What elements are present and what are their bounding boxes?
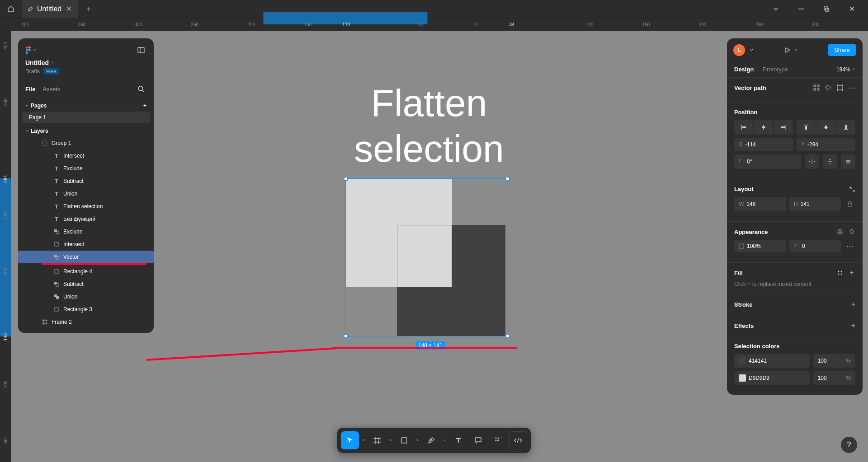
free-badge[interactable]: Free xyxy=(43,68,59,75)
tab-assets[interactable]: Assets xyxy=(42,86,60,93)
layer-item[interactable]: Intersect xyxy=(18,238,154,251)
shape-tool-dropdown[interactable] xyxy=(415,431,420,449)
figma-logo-menu[interactable] xyxy=(25,45,36,56)
more-appearance[interactable]: ⋯ xyxy=(844,240,855,252)
play-icon[interactable] xyxy=(784,47,791,53)
auto-layout-icon[interactable] xyxy=(849,186,855,192)
chevron-down-icon[interactable] xyxy=(767,0,785,18)
project-title[interactable]: Untitled xyxy=(25,59,49,66)
layer-type-icon xyxy=(42,319,48,325)
comment-tool[interactable] xyxy=(469,431,487,449)
y-position-input[interactable]: Y-284 xyxy=(797,138,855,151)
selection-handle-sw[interactable] xyxy=(344,334,348,338)
layer-item[interactable]: Subtract xyxy=(18,175,154,187)
layer-item[interactable]: Flatten selection xyxy=(18,200,154,213)
zoom-level[interactable]: 194% xyxy=(836,66,855,73)
flip-h-toggle[interactable] xyxy=(805,154,819,169)
layer-item[interactable]: Frame 2 xyxy=(18,316,154,328)
chevron-down-icon[interactable] xyxy=(750,48,753,52)
add-page-button[interactable]: + xyxy=(143,103,146,109)
opacity-input[interactable]: 100% xyxy=(734,240,786,252)
actions-tool[interactable]: + xyxy=(489,431,507,449)
corner-radius-input[interactable]: 0 xyxy=(789,240,841,252)
layer-item[interactable]: Intersect xyxy=(18,149,154,162)
component-icon[interactable] xyxy=(813,84,820,91)
lock-aspect-button[interactable] xyxy=(844,197,855,211)
avatar[interactable]: L xyxy=(733,44,745,56)
page-item[interactable]: Page 1 xyxy=(22,112,150,123)
text-tool[interactable] xyxy=(449,431,467,449)
layer-item[interactable]: Group 1 xyxy=(18,137,154,149)
x-position-input[interactable]: X-114 xyxy=(734,138,793,151)
drafts-label[interactable]: Drafts xyxy=(25,68,40,75)
close-tab-icon[interactable]: ✕ xyxy=(65,5,72,13)
layer-item[interactable]: Subtract xyxy=(18,278,154,290)
selection-handle-nw[interactable] xyxy=(344,177,348,181)
layer-item[interactable]: Union xyxy=(18,290,154,303)
layers-section[interactable]: Layers xyxy=(18,123,154,137)
edit-vector-icon[interactable] xyxy=(836,84,844,91)
document-tab[interactable]: Untitled ✕ xyxy=(22,0,78,18)
blend-mode-icon[interactable] xyxy=(848,228,855,235)
frame-tool[interactable] xyxy=(368,431,386,449)
shape-tool[interactable] xyxy=(395,431,413,449)
maximize-button[interactable] xyxy=(817,0,835,18)
align-center-v-button[interactable] xyxy=(816,120,835,135)
pages-section[interactable]: Pages + xyxy=(18,98,154,112)
align-bottom-button[interactable] xyxy=(836,120,855,135)
selection-handle-ne[interactable] xyxy=(506,177,509,181)
layer-item[interactable]: Exclude xyxy=(18,162,154,175)
selection-color-item[interactable]: D9D9D9 100% xyxy=(734,371,855,385)
layer-label: Flatten selection xyxy=(63,203,103,210)
minimize-button[interactable] xyxy=(792,0,810,18)
more-icon[interactable]: ⋯ xyxy=(848,84,855,91)
selection-color-item[interactable]: 414141 100% xyxy=(734,354,855,368)
width-input[interactable]: W148 xyxy=(734,197,786,211)
variant-icon[interactable] xyxy=(825,84,832,91)
more-position-options[interactable] xyxy=(841,154,855,169)
layer-item[interactable]: Rectangle 3 xyxy=(18,303,154,316)
annotation-line-1 xyxy=(332,347,517,349)
layer-item[interactable]: Union xyxy=(18,187,154,200)
layer-item[interactable]: Vector xyxy=(18,251,154,263)
align-left-button[interactable] xyxy=(734,120,753,135)
ruler-horizontal: -400 -350 -300 -250 -200 -150 -114 -50 0… xyxy=(11,18,868,31)
frame-tool-dropdown[interactable] xyxy=(388,431,393,449)
selection-handle-se[interactable] xyxy=(506,334,509,338)
add-fill-button[interactable]: + xyxy=(848,269,855,276)
height-input[interactable]: H141 xyxy=(789,197,841,211)
rotation-input[interactable]: 0° xyxy=(734,154,801,169)
move-tool-dropdown[interactable] xyxy=(361,431,366,449)
home-button[interactable] xyxy=(0,0,22,18)
align-right-button[interactable] xyxy=(774,120,793,135)
tab-prototype[interactable]: Prototype xyxy=(763,66,788,73)
align-top-button[interactable] xyxy=(797,120,816,135)
flip-v-toggle[interactable] xyxy=(823,154,837,169)
move-tool[interactable] xyxy=(341,431,359,449)
chevron-down-icon[interactable] xyxy=(52,61,55,65)
chevron-down-icon[interactable] xyxy=(793,48,797,52)
align-center-h-button[interactable] xyxy=(754,120,773,135)
visibility-icon[interactable] xyxy=(836,228,844,235)
panel-layout-icon[interactable] xyxy=(136,45,146,56)
svg-point-4 xyxy=(28,47,31,49)
styles-icon[interactable] xyxy=(836,269,844,276)
close-window-button[interactable]: ✕ xyxy=(843,0,861,18)
tab-file[interactable]: File xyxy=(25,86,35,93)
search-icon[interactable] xyxy=(136,84,146,94)
add-effect-button[interactable]: + xyxy=(851,322,855,330)
share-button[interactable]: Share xyxy=(828,44,856,56)
add-tab-button[interactable]: + xyxy=(85,5,92,13)
layer-item[interactable]: Exclude xyxy=(18,225,154,238)
layer-label: Subtract xyxy=(63,281,84,287)
tab-design[interactable]: Design xyxy=(734,66,754,73)
dev-mode-tool[interactable] xyxy=(509,431,527,449)
pen-tool[interactable] xyxy=(422,431,440,449)
pen-tool-dropdown[interactable] xyxy=(442,431,448,449)
help-button[interactable]: ? xyxy=(841,437,857,453)
svg-point-61 xyxy=(495,438,497,439)
layer-item[interactable]: Без функций xyxy=(18,213,154,225)
add-stroke-button[interactable]: + xyxy=(851,300,855,308)
selection-colors-label: Selection colors xyxy=(734,343,855,350)
layer-item[interactable]: Rectangle 4 xyxy=(18,265,154,278)
